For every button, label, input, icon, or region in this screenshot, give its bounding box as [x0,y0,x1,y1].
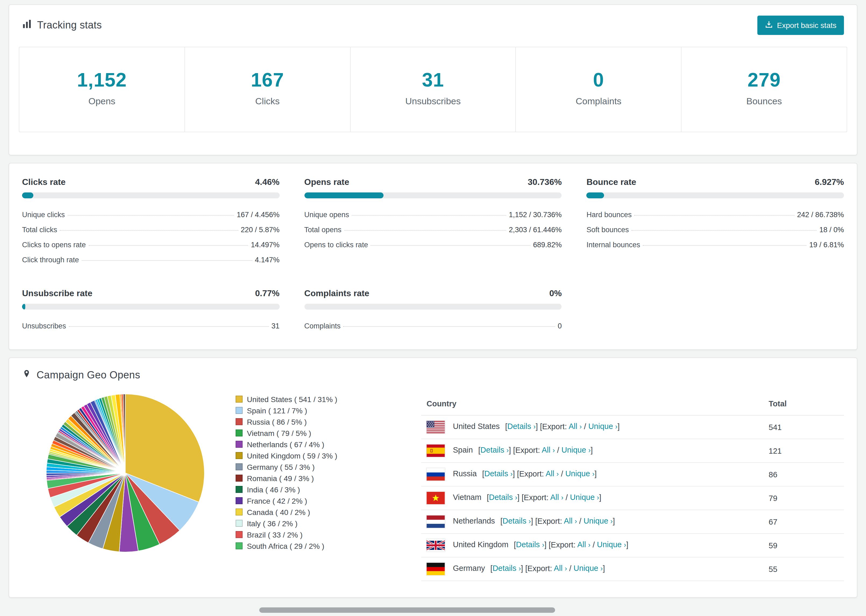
chevron-right-icon: › [588,446,590,454]
export-all-link[interactable]: All › [546,470,559,478]
geo-table-row-united-kingdom: United Kingdom [Details ›] [Export: All … [421,533,844,557]
export-unique-link[interactable]: Unique › [597,541,627,549]
export-unique-link[interactable]: Unique › [584,517,613,525]
geo-title: Campaign Geo Opens [22,369,140,382]
dotted-leader [68,215,234,215]
legend-label: Canada ( 40 / 2% ) [247,508,310,516]
dashboard-page: Tracking stats Export basic stats 1,152 … [0,0,866,610]
rate-value: 6.927% [815,178,844,187]
export-unique-link[interactable]: Unique › [561,446,590,454]
export-label: Export: [527,564,552,573]
rate-progress-bar [304,304,562,310]
chevron-right-icon: › [506,446,509,454]
rate-value: 0.77% [255,289,280,298]
details-link[interactable]: Details › [484,470,513,478]
rate-row-value: 18 / 0% [819,225,844,234]
rate-progress-bar [304,192,562,198]
geo-body: United States ( 541 / 31% ) Spain ( 121 … [9,382,857,597]
chevron-right-icon: › [510,470,513,478]
details-link[interactable]: Details › [480,446,509,454]
legend-item-brazil: Brazil ( 33 / 2% ) [236,529,373,540]
dotted-leader [635,215,794,215]
rate-row-label: Soft bounces [587,225,629,234]
rate-row-value: 1,152 / 30.736% [509,211,562,218]
legend-swatch [236,542,242,549]
de-flag-icon [427,563,445,575]
export-all-link[interactable]: All › [564,517,577,525]
rate-title: Unsubscribe rate [22,289,92,298]
rate-row-label: Unsubscribes [22,322,66,330]
chevron-right-icon: › [542,541,544,549]
export-basic-stats-button[interactable]: Export basic stats [757,16,844,35]
dotted-leader [344,230,506,230]
country-total: 67 [763,510,844,533]
legend-swatch [236,486,242,493]
export-all-link[interactable]: All › [554,564,567,573]
details-link[interactable]: Details › [493,564,521,573]
tracking-stats-title-text: Tracking stats [37,19,102,31]
chevron-right-icon: › [561,494,564,502]
export-all-link[interactable]: All › [568,422,582,431]
stat-clicks: 167 Clicks [184,47,350,132]
export-unique-link[interactable]: Unique › [588,422,617,431]
horizontal-scrollbar-thumb[interactable] [259,607,555,613]
rate-value: 30.736% [527,178,562,187]
vn-flag-icon [427,492,445,504]
rate-title: Opens rate [304,178,349,187]
rate-row-value: 31 [271,322,279,330]
rate-row-label: Complaints [304,322,340,330]
us-flag-icon [427,421,445,433]
chevron-right-icon: › [611,517,613,525]
rate-row-value: 14.497% [251,240,280,248]
legend-swatch [236,520,242,527]
tracking-stats-title: Tracking stats [22,19,102,31]
legend-label: United States ( 541 / 31% ) [247,395,337,404]
country-total: 541 [763,415,844,439]
legend-swatch [236,475,242,482]
legend-item-romania: Romania ( 49 / 3% ) [236,473,373,484]
export-unique-link[interactable]: Unique › [565,470,595,478]
details-link[interactable]: Details › [503,517,531,525]
dotted-leader [69,326,269,327]
export-label: Export: [551,541,576,549]
geo-title-text: Campaign Geo Opens [36,369,140,381]
export-unique-link[interactable]: Unique › [574,564,603,573]
legend-swatch [236,452,242,459]
campaign-geo-opens-card: Campaign Geo Opens United States ( 541 /… [9,357,857,598]
legend-label: France ( 42 / 2% ) [247,497,307,505]
chevron-right-icon: › [515,494,518,502]
export-all-link[interactable]: All › [550,493,564,502]
details-link[interactable]: Details › [507,422,535,431]
export-label: Export: [542,422,567,431]
tracking-stats-header: Tracking stats Export basic stats [9,5,857,35]
geo-table-row-vietnam: Vietnam [Details ›] [Export: All › / Uni… [421,486,844,510]
legend-item-south-africa: South Africa ( 29 / 2% ) [236,540,373,552]
country-name: Spain [453,446,473,454]
rate-row: Opens to clicks rate 689.82% [304,237,562,252]
chevron-right-icon: › [588,541,590,549]
rate-row: Total clicks 220 / 5.87% [22,222,279,237]
es-flag-icon [427,445,445,457]
legend-item-germany: Germany ( 55 / 3% ) [236,461,373,473]
dotted-leader [343,326,555,327]
export-all-link[interactable]: All › [577,541,590,549]
rate-row-value: 689.82% [533,240,562,248]
legend-swatch [236,418,242,425]
country-name: United States [453,422,500,431]
details-link[interactable]: Details › [516,541,544,549]
legend-swatch [236,429,242,437]
stat-bounces: 279 Bounces [681,47,847,132]
dotted-leader [88,245,248,245]
legend-label: Russia ( 86 / 5% ) [247,417,307,426]
stat-label: Bounces [682,96,847,107]
bar-chart-icon [22,19,32,31]
rate-row-value: 4.147% [255,256,280,264]
details-link[interactable]: Details › [489,493,517,502]
export-unique-link[interactable]: Unique › [570,493,599,502]
stat-value: 167 [185,69,350,91]
legend-item-united-states: United States ( 541 / 31% ) [236,393,373,405]
export-all-link[interactable]: All › [542,446,555,454]
export-label: Export: [519,470,544,478]
dotted-leader [82,260,252,261]
country-name: United Kingdom [453,541,508,549]
